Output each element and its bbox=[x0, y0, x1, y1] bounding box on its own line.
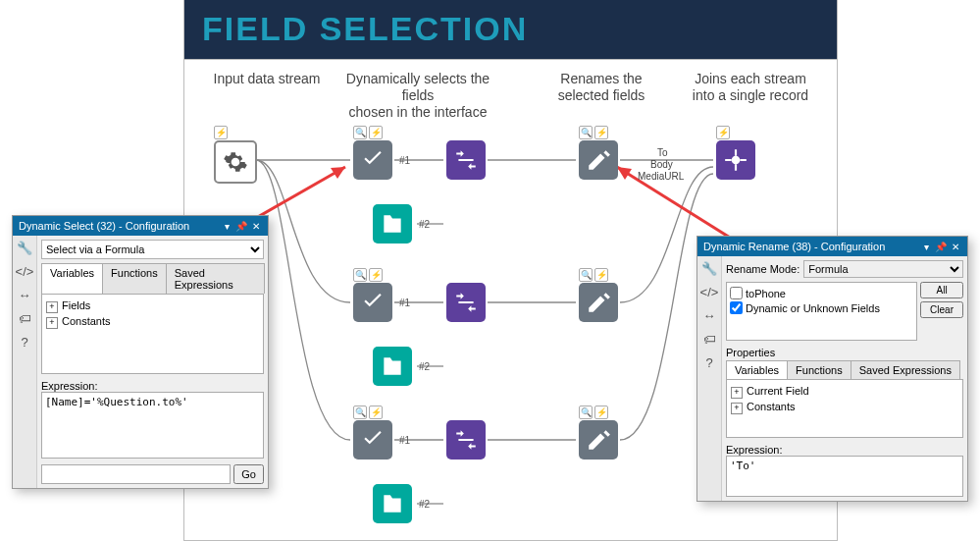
lightning-icon: ⚡ bbox=[369, 406, 383, 419]
tool-dynamic-select-2[interactable] bbox=[353, 283, 392, 322]
wrench-icon[interactable]: 🔧 bbox=[17, 240, 32, 255]
panel-title[interactable]: Dynamic Rename (38) - Configuration ▾ 📌 … bbox=[697, 237, 967, 256]
search-icon: 🔍 bbox=[353, 406, 367, 419]
expand-icon[interactable]: + bbox=[46, 317, 58, 329]
all-button[interactable]: All bbox=[920, 282, 963, 298]
port-1: #1 bbox=[399, 435, 410, 446]
lightning-icon: ⚡ bbox=[594, 126, 608, 139]
field-mediaurl: MediaURL bbox=[638, 171, 684, 182]
field-tophone: toPhone bbox=[746, 288, 786, 299]
variables-tree[interactable]: +Current Field +Constants bbox=[726, 380, 963, 438]
code-icon[interactable]: </> bbox=[701, 284, 717, 299]
pin-icon[interactable]: 📌 bbox=[935, 241, 947, 252]
expression-label: Expression: bbox=[41, 380, 264, 392]
search-icon: 🔍 bbox=[353, 268, 367, 282]
expression-input[interactable]: 'To' bbox=[726, 456, 963, 497]
panel-sidebar: 🔧 </> ↔ 🏷 ? bbox=[697, 256, 722, 501]
panel-sidebar: 🔧 </> ↔ 🏷 ? bbox=[13, 236, 37, 488]
tag-icon[interactable]: 🏷 bbox=[701, 331, 717, 347]
panel-title[interactable]: Dynamic Select (32) - Configuration ▾ 📌 … bbox=[13, 216, 268, 236]
panel-dynamic-select: Dynamic Select (32) - Configuration ▾ 📌 … bbox=[12, 215, 269, 489]
lightning-icon: ⚡ bbox=[369, 126, 383, 139]
page-title: FIELD SELECTION bbox=[184, 0, 837, 48]
expression-line-input[interactable] bbox=[41, 464, 231, 484]
chk-dynamic[interactable] bbox=[730, 301, 743, 314]
rename-mode-select[interactable]: Formula bbox=[803, 260, 963, 278]
close-icon[interactable]: ✕ bbox=[950, 241, 961, 252]
port-2: #2 bbox=[419, 499, 430, 510]
tab-variables[interactable]: Variables bbox=[41, 263, 103, 294]
search-icon: 🔍 bbox=[353, 126, 367, 139]
lightning-icon: ⚡ bbox=[369, 268, 383, 282]
wrench-icon[interactable]: 🔧 bbox=[701, 260, 717, 276]
tab-saved-expr[interactable]: Saved Expressions bbox=[166, 263, 265, 294]
tool-dynamic-select-1[interactable] bbox=[353, 140, 392, 180]
tabs: Variables Functions Saved Expressions bbox=[41, 263, 264, 295]
search-icon: 🔍 bbox=[579, 126, 593, 139]
tree-fields[interactable]: Fields bbox=[62, 299, 90, 311]
lightning-icon: ⚡ bbox=[594, 268, 608, 282]
fields-list[interactable]: toPhone Dynamic or Unknown Fields bbox=[726, 282, 917, 341]
tab-saved-expr[interactable]: Saved Expressions bbox=[851, 360, 960, 379]
search-icon: 🔍 bbox=[579, 268, 593, 282]
search-icon: 🔍 bbox=[579, 406, 593, 419]
go-button[interactable]: Go bbox=[233, 464, 264, 484]
tool-transpose-1[interactable] bbox=[446, 140, 486, 180]
tab-variables[interactable]: Variables bbox=[726, 360, 788, 379]
tool-map-1[interactable] bbox=[373, 204, 412, 243]
tag-icon[interactable]: 🏷 bbox=[17, 310, 32, 326]
tab-functions[interactable]: Functions bbox=[102, 263, 167, 294]
tool-union[interactable] bbox=[716, 140, 755, 180]
variables-tree[interactable]: +Fields +Constants bbox=[41, 295, 264, 374]
link-icon[interactable]: ↔ bbox=[17, 287, 32, 302]
pin-icon[interactable]: 📌 bbox=[235, 220, 247, 232]
lightning-icon: ⚡ bbox=[214, 126, 228, 139]
field-dynamic: Dynamic or Unknown Fields bbox=[746, 302, 880, 314]
tree-current-field[interactable]: Current Field bbox=[747, 385, 809, 397]
tree-constants[interactable]: Constants bbox=[747, 401, 796, 412]
expression-input[interactable]: [Name]='%Question.to%' bbox=[41, 392, 264, 459]
rename-mode-label: Rename Mode: bbox=[726, 263, 799, 275]
svg-point-14 bbox=[732, 156, 741, 165]
close-icon[interactable]: ✕ bbox=[250, 220, 262, 232]
tool-transpose-3[interactable] bbox=[446, 420, 486, 460]
tool-map-3[interactable] bbox=[373, 484, 412, 523]
tool-map-2[interactable] bbox=[373, 347, 412, 386]
panel-title-text: Dynamic Select (32) - Configuration bbox=[19, 220, 189, 232]
expression-label: Expression: bbox=[726, 444, 963, 456]
tool-transpose-2[interactable] bbox=[446, 283, 486, 322]
port-2: #2 bbox=[419, 361, 430, 372]
expand-icon[interactable]: + bbox=[731, 403, 743, 414]
panel-title-text: Dynamic Rename (38) - Configuration bbox=[703, 241, 885, 252]
tool-dynamic-select-3[interactable] bbox=[353, 420, 392, 460]
help-icon[interactable]: ? bbox=[17, 334, 32, 350]
lightning-icon: ⚡ bbox=[716, 126, 730, 139]
expand-icon[interactable]: + bbox=[731, 387, 743, 399]
tool-dynamic-rename-1[interactable] bbox=[579, 140, 618, 180]
tool-dynamic-rename-2[interactable] bbox=[579, 283, 618, 322]
link-icon[interactable]: ↔ bbox=[701, 307, 717, 323]
clear-button[interactable]: Clear bbox=[920, 301, 963, 318]
select-mode[interactable]: Select via a Formula bbox=[41, 240, 264, 259]
help-icon[interactable]: ? bbox=[701, 354, 717, 370]
chk-tophone[interactable] bbox=[730, 287, 743, 299]
field-body: Body bbox=[650, 159, 673, 170]
title-banner: FIELD SELECTION bbox=[183, 0, 838, 60]
tabs: Variables Functions Saved Expressions bbox=[726, 360, 963, 380]
tool-input[interactable] bbox=[214, 140, 257, 184]
properties-label: Properties bbox=[726, 347, 963, 358]
tree-constants[interactable]: Constants bbox=[62, 315, 111, 327]
field-to: To bbox=[657, 147, 668, 158]
port-2: #2 bbox=[419, 219, 430, 230]
tool-dynamic-rename-3[interactable] bbox=[579, 420, 618, 460]
lightning-icon: ⚡ bbox=[594, 406, 608, 419]
panel-dynamic-rename: Dynamic Rename (38) - Configuration ▾ 📌 … bbox=[696, 236, 968, 502]
expand-icon[interactable]: + bbox=[46, 301, 58, 313]
code-icon[interactable]: </> bbox=[17, 263, 32, 279]
dropdown-icon[interactable]: ▾ bbox=[221, 220, 232, 232]
port-1: #1 bbox=[399, 298, 410, 308]
port-1: #1 bbox=[399, 155, 410, 166]
dropdown-icon[interactable]: ▾ bbox=[920, 241, 932, 252]
tab-functions[interactable]: Functions bbox=[787, 360, 851, 379]
